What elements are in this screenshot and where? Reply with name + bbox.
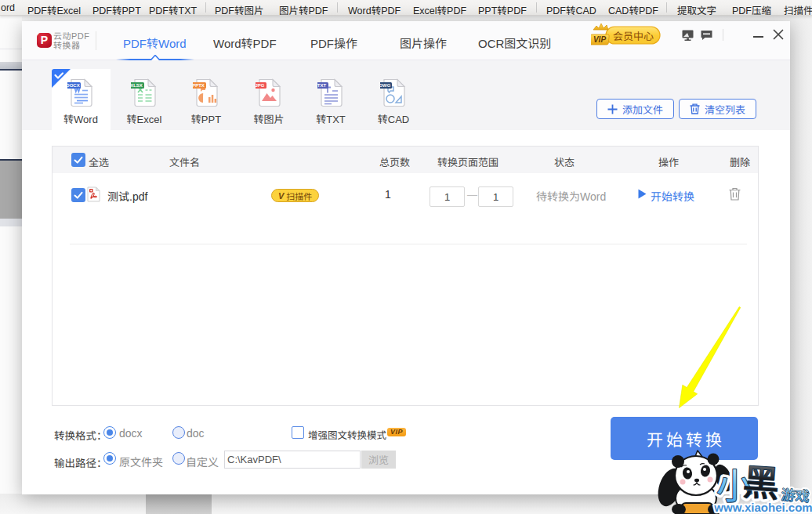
background-dark-line — [0, 69, 22, 71]
add-file-button[interactable]: 添加文件 — [596, 99, 674, 119]
menubar-item[interactable]: PPT转PDF — [478, 2, 527, 17]
menubar-item[interactable]: CAD转PDF — [608, 2, 658, 17]
row-start-convert-link[interactable]: 开始转换 — [651, 188, 694, 204]
background-band-2 — [0, 219, 22, 226]
start-convert-button[interactable]: 开始转换 — [611, 417, 758, 460]
window-header: P ✦ 云动PDF 转换器 PDF转Word Word转PDF PDF操作 图片… — [22, 21, 790, 60]
menubar-item[interactable]: PDF转TXT — [149, 2, 197, 17]
format-tab-label: 转PPT — [176, 111, 236, 126]
menubar-item[interactable]: 提取文字 — [677, 2, 716, 17]
radio-origin-folder[interactable] — [103, 452, 116, 465]
clear-list-button[interactable]: 清空列表 — [679, 99, 756, 119]
badge-v-icon: V — [278, 191, 284, 201]
radio-docx-label[interactable]: docx — [119, 427, 143, 440]
radio-docx[interactable] — [103, 426, 116, 439]
menubar-item[interactable]: 图片转PDF — [279, 2, 328, 17]
row-delete-icon[interactable] — [729, 187, 741, 201]
browse-button[interactable]: 浏览 — [361, 451, 396, 469]
trash-icon — [690, 103, 700, 114]
header-controls-divider — [723, 29, 723, 41]
svg-text:JPG: JPG — [256, 83, 265, 88]
row-divider — [70, 244, 747, 244]
row-status: 待转换为Word — [536, 188, 606, 204]
format-tab-ppt[interactable]: PPTX 转PPT — [176, 78, 236, 136]
menubar-item[interactable]: PDF压缩 — [732, 2, 771, 17]
radio-doc[interactable] — [172, 426, 185, 439]
table-header-row: 全选 文件名 总页数 转换页面范围 状态 操作 删除 — [53, 147, 758, 173]
format-tab-excel[interactable]: XLSX 转Excel — [114, 78, 174, 136]
col-delete: 删除 — [730, 154, 750, 169]
minimize-button[interactable] — [753, 36, 763, 38]
radio-origin-folder-label[interactable]: 原文件夹 — [119, 454, 163, 469]
select-all-label: 全选 — [89, 154, 109, 169]
vip-crown-icon — [593, 24, 608, 30]
format-tab-txt[interactable]: TXT 转TXT — [301, 78, 361, 136]
ppt-doc-icon: PPTX — [193, 78, 219, 107]
screen-share-icon[interactable] — [682, 30, 694, 41]
logo-spark-icon: ✦ — [34, 31, 42, 38]
nav-tab-pdf-to-word[interactable]: PDF转Word — [123, 34, 187, 51]
col-status: 状态 — [554, 154, 575, 169]
format-tab-label: 转Word — [51, 111, 111, 126]
menubar-item[interactable]: PDF转PPT — [92, 2, 141, 17]
excel-doc-icon: XLSX — [131, 78, 158, 107]
background-page-right — [790, 16, 812, 514]
radio-doc-label[interactable]: doc — [187, 427, 205, 440]
background-band — [0, 62, 22, 69]
cad-doc-icon: DWG — [380, 78, 407, 107]
menubar-item[interactable]: Word转PDF — [348, 2, 401, 17]
vip-member-button[interactable]: VIP 会员中心 — [591, 23, 662, 46]
menubar-item[interactable]: Excel转PDF — [413, 2, 466, 17]
row-filename: 测试.pdf — [107, 188, 147, 204]
radio-custom[interactable] — [172, 452, 185, 465]
menubar-item[interactable]: 扫描件 — [784, 2, 812, 17]
start-play-icon[interactable] — [638, 189, 647, 199]
menubar-item[interactable]: PDF转Excel — [27, 2, 81, 17]
nav-tab-pdf-operate[interactable]: PDF操作 — [310, 34, 357, 51]
svg-text:DOCX: DOCX — [67, 83, 80, 88]
logo-line-1: 云动PDF — [53, 31, 100, 41]
menubar-item[interactable]: PDF转图片 — [215, 2, 264, 17]
menubar-item[interactable]: ord — [1, 2, 15, 13]
active-tab-caret — [150, 55, 160, 60]
scanned-badge: V 扫描件 — [271, 189, 319, 202]
range-to-input[interactable] — [478, 186, 513, 207]
app-window: P ✦ 云动PDF 转换器 PDF转Word Word转PDF PDF操作 图片… — [22, 21, 790, 494]
menubar-item[interactable]: PDF转CAD — [546, 2, 596, 17]
pdf-file-icon — [87, 186, 100, 202]
range-from-input[interactable] — [430, 186, 465, 207]
format-tab-strip: DOCX 转Word — [22, 60, 790, 130]
nav-tab-word-to-pdf[interactable]: Word转PDF — [213, 34, 277, 51]
select-all-checkbox[interactable] — [71, 153, 85, 167]
row-checkbox[interactable] — [71, 188, 85, 202]
enhance-vip-tag: VIP — [387, 428, 406, 436]
txt-doc-icon: TXT — [317, 78, 344, 107]
background-gray-block — [0, 161, 22, 219]
format-label: 转换格式： — [54, 427, 107, 443]
svg-text:TXT: TXT — [317, 83, 326, 88]
svg-text:XLSX: XLSX — [131, 83, 143, 88]
radio-custom-label[interactable]: 自定义 — [186, 454, 219, 469]
format-tab-image[interactable]: JPG 转图片 — [239, 78, 299, 136]
col-filename: 文件名 — [169, 154, 200, 169]
col-action: 操作 — [658, 154, 679, 169]
output-path-input[interactable] — [224, 451, 361, 469]
enhance-mode-checkbox[interactable] — [292, 426, 304, 439]
word-doc-icon: DOCX — [67, 78, 94, 107]
file-row: 测试.pdf V 扫描件 1 — 待转换为Word 开始转换 — [53, 173, 758, 217]
close-button[interactable] — [772, 28, 785, 41]
background-menubar: ord PDF转Excel PDF转PPT PDF转TXT PDF转图片 图片转… — [0, 0, 812, 16]
image-doc-icon: JPG — [256, 78, 282, 107]
output-path-label: 输出路径： — [54, 454, 107, 470]
format-tab-label: 转图片 — [239, 111, 299, 126]
background-bottom-block — [146, 494, 212, 514]
format-tab-cad[interactable]: DWG 转CAD — [364, 78, 423, 136]
format-tab-word[interactable]: DOCX 转Word — [51, 78, 111, 136]
nav-tab-image-operate[interactable]: 图片操作 — [400, 34, 447, 51]
row-page-count: 1 — [384, 188, 392, 201]
feedback-chat-icon[interactable] — [701, 30, 712, 41]
menubar-separator — [666, 2, 667, 13]
nav-tab-ocr[interactable]: OCR图文识别 — [478, 34, 551, 51]
background-page-bottom — [0, 494, 812, 514]
app-logo-text: 云动PDF 转换器 — [53, 31, 100, 50]
